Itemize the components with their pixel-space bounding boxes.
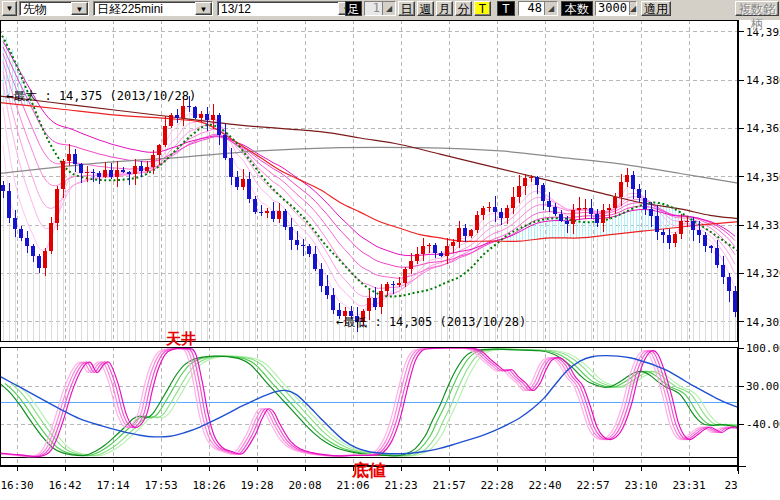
ceiling-label: 天井 <box>166 330 196 349</box>
tick-count-label: T <box>497 1 515 16</box>
period-week-button[interactable]: 週 <box>417 1 434 16</box>
interval-spinner[interactable]: 1 ◢ <box>364 1 396 16</box>
period-minute-button[interactable]: 分 <box>455 1 472 16</box>
period-month-button[interactable]: 月 <box>436 1 453 16</box>
symbol-combobox[interactable]: 日経225mini ▼ <box>93 1 213 16</box>
svg-text:23:31: 23:31 <box>672 479 705 492</box>
svg-text:22:28: 22:28 <box>480 479 513 492</box>
svg-text:-40.00: -40.00 <box>746 418 780 431</box>
svg-text:17:53: 17:53 <box>144 479 177 492</box>
svg-text:23: 23 <box>724 479 737 492</box>
svg-text:14,350: 14,350 <box>746 171 780 184</box>
svg-text:19:28: 19:28 <box>240 479 273 492</box>
apply-button[interactable]: 適用 <box>641 1 671 16</box>
bar-count-label: 本数 <box>561 1 593 16</box>
multi-symbol-button[interactable]: 複数銘柄 <box>735 1 779 16</box>
svg-text:30.00: 30.00 <box>746 380 779 393</box>
svg-text:100.00: 100.00 <box>746 342 780 355</box>
tick-count-spinner[interactable]: 48 ◢ <box>518 1 558 16</box>
period-day-button[interactable]: 日 <box>398 1 415 16</box>
chevron-down-icon[interactable]: ▼ <box>71 2 88 15</box>
svg-text:16:42: 16:42 <box>48 479 81 492</box>
spinner-arrows-icon[interactable]: ◢ <box>382 2 395 15</box>
svg-text:14,365: 14,365 <box>746 122 780 135</box>
window-dropdown-button[interactable]: ▼ <box>2 1 17 16</box>
svg-text:21:57: 21:57 <box>432 479 465 492</box>
svg-text:14,305: 14,305 <box>746 316 780 329</box>
min-price-annotation: ←最低 : 14,305 (2013/10/28) <box>336 314 526 331</box>
price-chart-canvas: 14,39514,38014,36514,35014,33514,32014,3… <box>0 0 780 500</box>
svg-text:17:14: 17:14 <box>96 479 129 492</box>
spinner-arrows-icon[interactable]: ◢ <box>544 2 557 15</box>
bar-count-value: 3000 <box>596 2 629 15</box>
chart-application-window: 14,39514,38014,36514,35014,33514,32014,3… <box>0 0 780 500</box>
interval-spinner-value: 1 <box>365 2 382 15</box>
tick-count-value: 48 <box>519 2 544 15</box>
category-combobox[interactable]: 先物 ▼ <box>19 1 89 16</box>
svg-text:18:26: 18:26 <box>192 479 225 492</box>
bar-type-label: 足 <box>345 1 362 16</box>
toolbar: ▼ 先物 ▼ 日経225mini ▼ 13/12 ▼ 足 1 ◢ 日 週 月 分… <box>0 0 780 20</box>
svg-text:16:30: 16:30 <box>0 479 33 492</box>
svg-text:22:40: 22:40 <box>528 479 561 492</box>
svg-text:23:10: 23:10 <box>624 479 657 492</box>
bar-count-spinner[interactable]: 3000 ◢ <box>595 1 637 16</box>
contract-month-combobox[interactable]: 13/12 ▼ <box>217 1 356 16</box>
period-tick-button[interactable]: T <box>474 1 491 16</box>
svg-text:14,380: 14,380 <box>746 74 780 87</box>
symbol-combobox-value: 日経225mini <box>94 2 195 15</box>
svg-text:14,320: 14,320 <box>746 267 780 280</box>
category-combobox-value: 先物 <box>20 2 71 15</box>
max-price-annotation: ←最大 : 14,375 (2013/10/28) <box>6 88 196 105</box>
svg-text:22:57: 22:57 <box>576 479 609 492</box>
spinner-arrows-icon[interactable]: ◢ <box>629 2 636 15</box>
contract-month-value: 13/12 <box>218 2 338 15</box>
svg-text:20:08: 20:08 <box>288 479 321 492</box>
bottom-label: 底値 <box>352 459 386 482</box>
svg-text:14,335: 14,335 <box>746 219 780 232</box>
svg-text:21:23: 21:23 <box>384 479 417 492</box>
chevron-down-icon[interactable]: ▼ <box>195 2 212 15</box>
